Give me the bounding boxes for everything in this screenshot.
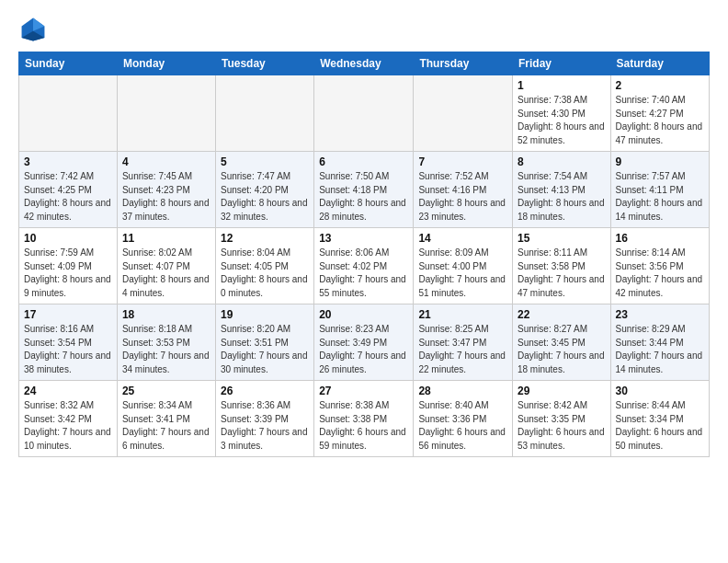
day-info: Sunrise: 7:50 AM Sunset: 4:18 PM Dayligh… <box>319 170 408 224</box>
day-info: Sunrise: 8:32 AM Sunset: 3:42 PM Dayligh… <box>24 399 112 453</box>
calendar-cell: 16Sunrise: 8:14 AM Sunset: 3:56 PM Dayli… <box>610 228 709 304</box>
day-info: Sunrise: 8:14 AM Sunset: 3:56 PM Dayligh… <box>616 247 704 300</box>
calendar-table: SundayMondayTuesdayWednesdayThursdayFrid… <box>18 52 710 457</box>
calendar-week-row: 24Sunrise: 8:32 AM Sunset: 3:42 PM Dayli… <box>19 381 710 457</box>
day-info: Sunrise: 8:29 AM Sunset: 3:44 PM Dayligh… <box>616 323 704 376</box>
day-number: 2 <box>616 79 704 92</box>
calendar-cell <box>314 75 414 152</box>
day-number: 7 <box>418 155 507 168</box>
day-info: Sunrise: 8:44 AM Sunset: 3:34 PM Dayligh… <box>616 399 704 453</box>
day-info: Sunrise: 7:52 AM Sunset: 4:16 PM Dayligh… <box>418 170 507 224</box>
weekday-header-tuesday: Tuesday <box>215 52 313 75</box>
day-info: Sunrise: 8:27 AM Sunset: 3:45 PM Dayligh… <box>518 323 606 376</box>
calendar-week-row: 10Sunrise: 7:59 AM Sunset: 4:09 PM Dayli… <box>19 228 710 304</box>
weekday-header-sunday: Sunday <box>19 52 118 75</box>
weekday-header-monday: Monday <box>117 52 215 75</box>
day-number: 17 <box>24 308 112 321</box>
calendar-week-row: 17Sunrise: 8:16 AM Sunset: 3:54 PM Dayli… <box>19 304 710 381</box>
calendar-cell: 12Sunrise: 8:04 AM Sunset: 4:05 PM Dayli… <box>215 228 313 304</box>
day-info: Sunrise: 7:47 AM Sunset: 4:20 PM Dayligh… <box>221 170 309 224</box>
weekday-header-row: SundayMondayTuesdayWednesdayThursdayFrid… <box>19 52 710 75</box>
day-number: 26 <box>221 385 309 397</box>
calendar-cell: 24Sunrise: 8:32 AM Sunset: 3:42 PM Dayli… <box>19 381 118 457</box>
day-number: 29 <box>518 385 606 397</box>
weekday-header-wednesday: Wednesday <box>314 52 414 75</box>
calendar-cell: 8Sunrise: 7:54 AM Sunset: 4:13 PM Daylig… <box>512 152 610 228</box>
calendar-cell: 11Sunrise: 8:02 AM Sunset: 4:07 PM Dayli… <box>117 228 215 304</box>
day-info: Sunrise: 8:40 AM Sunset: 3:36 PM Dayligh… <box>418 399 507 453</box>
day-number: 19 <box>221 308 309 321</box>
day-number: 4 <box>122 155 210 168</box>
day-number: 9 <box>616 155 704 168</box>
calendar-cell: 25Sunrise: 8:34 AM Sunset: 3:41 PM Dayli… <box>117 381 215 457</box>
day-info: Sunrise: 8:20 AM Sunset: 3:51 PM Dayligh… <box>221 323 309 376</box>
weekday-header-thursday: Thursday <box>414 52 513 75</box>
calendar-cell: 20Sunrise: 8:23 AM Sunset: 3:49 PM Dayli… <box>314 304 414 381</box>
calendar-cell: 18Sunrise: 8:18 AM Sunset: 3:53 PM Dayli… <box>117 304 215 381</box>
day-number: 8 <box>518 155 606 168</box>
calendar-cell: 30Sunrise: 8:44 AM Sunset: 3:34 PM Dayli… <box>610 381 709 457</box>
day-number: 16 <box>616 232 704 245</box>
day-number: 12 <box>221 232 309 245</box>
day-info: Sunrise: 8:11 AM Sunset: 3:58 PM Dayligh… <box>518 247 606 300</box>
calendar-cell: 19Sunrise: 8:20 AM Sunset: 3:51 PM Dayli… <box>215 304 313 381</box>
day-number: 15 <box>518 232 606 245</box>
calendar-week-row: 1Sunrise: 7:38 AM Sunset: 4:30 PM Daylig… <box>19 75 710 152</box>
calendar-cell: 14Sunrise: 8:09 AM Sunset: 4:00 PM Dayli… <box>414 228 513 304</box>
calendar-cell: 13Sunrise: 8:06 AM Sunset: 4:02 PM Dayli… <box>314 228 414 304</box>
day-number: 23 <box>616 308 704 321</box>
day-info: Sunrise: 8:38 AM Sunset: 3:38 PM Dayligh… <box>319 399 408 453</box>
day-info: Sunrise: 8:23 AM Sunset: 3:49 PM Dayligh… <box>319 323 408 376</box>
day-number: 1 <box>518 79 606 92</box>
day-number: 11 <box>122 232 210 245</box>
calendar-cell: 7Sunrise: 7:52 AM Sunset: 4:16 PM Daylig… <box>414 152 513 228</box>
calendar-cell: 22Sunrise: 8:27 AM Sunset: 3:45 PM Dayli… <box>512 304 610 381</box>
day-info: Sunrise: 7:40 AM Sunset: 4:27 PM Dayligh… <box>616 94 704 147</box>
calendar-cell <box>414 75 513 152</box>
day-info: Sunrise: 7:57 AM Sunset: 4:11 PM Dayligh… <box>616 170 704 224</box>
weekday-header-friday: Friday <box>512 52 610 75</box>
calendar-cell <box>117 75 215 152</box>
calendar-cell: 10Sunrise: 7:59 AM Sunset: 4:09 PM Dayli… <box>19 228 118 304</box>
day-number: 10 <box>24 232 112 245</box>
day-info: Sunrise: 8:06 AM Sunset: 4:02 PM Dayligh… <box>319 247 408 300</box>
day-info: Sunrise: 7:59 AM Sunset: 4:09 PM Dayligh… <box>24 247 112 300</box>
calendar-cell: 21Sunrise: 8:25 AM Sunset: 3:47 PM Dayli… <box>414 304 513 381</box>
calendar-cell: 27Sunrise: 8:38 AM Sunset: 3:38 PM Dayli… <box>314 381 414 457</box>
day-number: 3 <box>24 155 112 168</box>
day-number: 24 <box>24 385 112 397</box>
day-number: 22 <box>518 308 606 321</box>
day-info: Sunrise: 8:42 AM Sunset: 3:35 PM Dayligh… <box>518 399 606 453</box>
calendar-cell: 23Sunrise: 8:29 AM Sunset: 3:44 PM Dayli… <box>610 304 709 381</box>
calendar-cell: 5Sunrise: 7:47 AM Sunset: 4:20 PM Daylig… <box>215 152 313 228</box>
page: SundayMondayTuesdayWednesdayThursdayFrid… <box>0 0 728 472</box>
day-info: Sunrise: 7:54 AM Sunset: 4:13 PM Dayligh… <box>518 170 606 224</box>
calendar-cell: 9Sunrise: 7:57 AM Sunset: 4:11 PM Daylig… <box>610 152 709 228</box>
header <box>18 15 710 44</box>
calendar-cell <box>19 75 118 152</box>
day-number: 20 <box>319 308 408 321</box>
calendar-cell: 29Sunrise: 8:42 AM Sunset: 3:35 PM Dayli… <box>512 381 610 457</box>
calendar-cell: 28Sunrise: 8:40 AM Sunset: 3:36 PM Dayli… <box>414 381 513 457</box>
day-number: 18 <box>122 308 210 321</box>
day-number: 25 <box>122 385 210 397</box>
weekday-header-saturday: Saturday <box>610 52 709 75</box>
calendar-week-row: 3Sunrise: 7:42 AM Sunset: 4:25 PM Daylig… <box>19 152 710 228</box>
day-info: Sunrise: 8:36 AM Sunset: 3:39 PM Dayligh… <box>221 399 309 453</box>
calendar-cell: 3Sunrise: 7:42 AM Sunset: 4:25 PM Daylig… <box>19 152 118 228</box>
calendar-cell: 1Sunrise: 7:38 AM Sunset: 4:30 PM Daylig… <box>512 75 610 152</box>
day-info: Sunrise: 8:09 AM Sunset: 4:00 PM Dayligh… <box>418 247 507 300</box>
day-number: 5 <box>221 155 309 168</box>
day-info: Sunrise: 7:42 AM Sunset: 4:25 PM Dayligh… <box>24 170 112 224</box>
day-number: 21 <box>418 308 507 321</box>
day-info: Sunrise: 8:16 AM Sunset: 3:54 PM Dayligh… <box>24 323 112 376</box>
day-info: Sunrise: 8:25 AM Sunset: 3:47 PM Dayligh… <box>418 323 507 376</box>
day-number: 6 <box>319 155 408 168</box>
day-info: Sunrise: 8:34 AM Sunset: 3:41 PM Dayligh… <box>122 399 210 453</box>
day-info: Sunrise: 8:04 AM Sunset: 4:05 PM Dayligh… <box>221 247 309 300</box>
day-info: Sunrise: 8:18 AM Sunset: 3:53 PM Dayligh… <box>122 323 210 376</box>
calendar-cell: 2Sunrise: 7:40 AM Sunset: 4:27 PM Daylig… <box>610 75 709 152</box>
day-info: Sunrise: 8:02 AM Sunset: 4:07 PM Dayligh… <box>122 247 210 300</box>
day-number: 13 <box>319 232 408 245</box>
logo-icon <box>18 15 48 44</box>
